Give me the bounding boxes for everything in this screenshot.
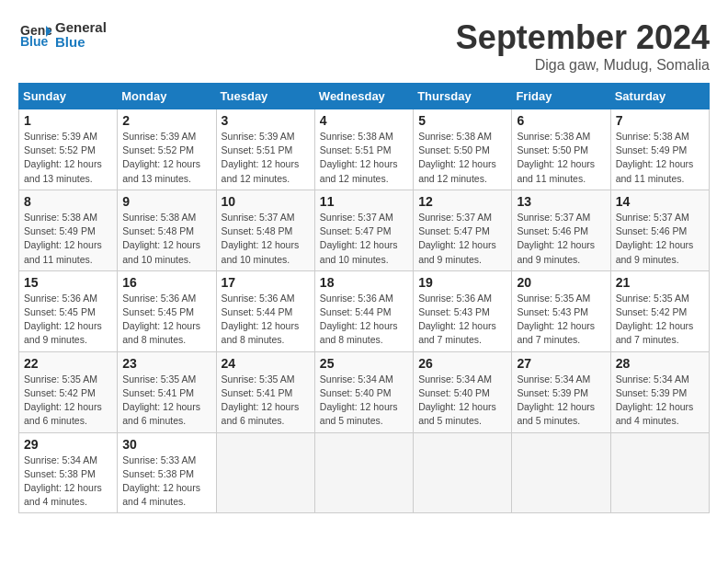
day-cell: 24Sunrise: 5:35 AMSunset: 5:41 PMDayligh…: [216, 351, 314, 432]
day-cell: 23Sunrise: 5:35 AMSunset: 5:41 PMDayligh…: [118, 351, 216, 432]
day-number: 26: [418, 356, 506, 371]
day-cell: [216, 432, 314, 513]
day-cell: 13Sunrise: 5:37 AMSunset: 5:46 PMDayligh…: [512, 190, 610, 270]
column-header-monday: Monday: [118, 84, 216, 109]
day-number: 1: [24, 113, 112, 128]
day-number: 4: [320, 113, 408, 128]
day-number: 3: [222, 113, 310, 128]
day-number: 21: [616, 275, 704, 290]
day-info: Sunrise: 5:37 AMSunset: 5:48 PMDaylight:…: [222, 211, 310, 267]
column-header-tuesday: Tuesday: [216, 84, 314, 109]
day-number: 29: [24, 437, 112, 452]
week-row-5: 29Sunrise: 5:34 AMSunset: 5:38 PMDayligh…: [19, 432, 710, 513]
week-row-3: 15Sunrise: 5:36 AMSunset: 5:45 PMDayligh…: [19, 270, 710, 351]
day-cell: 26Sunrise: 5:34 AMSunset: 5:40 PMDayligh…: [414, 351, 512, 432]
logo: General Blue General Blue: [18, 18, 107, 52]
day-info: Sunrise: 5:36 AMSunset: 5:43 PMDaylight:…: [418, 292, 506, 348]
day-info: Sunrise: 5:34 AMSunset: 5:39 PMDaylight:…: [517, 373, 605, 429]
day-number: 24: [222, 356, 310, 371]
day-number: 19: [418, 275, 506, 290]
day-info: Sunrise: 5:38 AMSunset: 5:48 PMDaylight:…: [122, 211, 210, 267]
column-header-thursday: Thursday: [414, 84, 512, 109]
day-number: 27: [517, 356, 605, 371]
week-row-4: 22Sunrise: 5:35 AMSunset: 5:42 PMDayligh…: [19, 351, 710, 432]
column-header-saturday: Saturday: [610, 84, 709, 109]
day-cell: 5Sunrise: 5:38 AMSunset: 5:50 PMDaylight…: [414, 109, 512, 190]
day-info: Sunrise: 5:38 AMSunset: 5:49 PMDaylight:…: [616, 130, 704, 186]
day-info: Sunrise: 5:37 AMSunset: 5:47 PMDaylight:…: [320, 211, 408, 267]
day-info: Sunrise: 5:36 AMSunset: 5:44 PMDaylight:…: [222, 292, 310, 348]
day-info: Sunrise: 5:39 AMSunset: 5:51 PMDaylight:…: [222, 130, 310, 186]
column-header-sunday: Sunday: [19, 84, 118, 109]
day-cell: [610, 432, 709, 513]
svg-text:Blue: Blue: [20, 34, 49, 49]
day-info: Sunrise: 5:35 AMSunset: 5:41 PMDaylight:…: [222, 373, 310, 429]
title-area: September 2024 Diga gaw, Mudug, Somalia: [456, 18, 710, 74]
day-cell: [414, 432, 512, 513]
day-info: Sunrise: 5:33 AMSunset: 5:38 PMDaylight:…: [122, 454, 210, 510]
day-cell: 15Sunrise: 5:36 AMSunset: 5:45 PMDayligh…: [19, 270, 118, 351]
day-info: Sunrise: 5:37 AMSunset: 5:46 PMDaylight:…: [517, 211, 605, 267]
day-cell: 20Sunrise: 5:35 AMSunset: 5:43 PMDayligh…: [512, 270, 610, 351]
day-number: 6: [517, 113, 605, 128]
calendar-subtitle: Diga gaw, Mudug, Somalia: [456, 57, 710, 74]
column-header-friday: Friday: [512, 84, 610, 109]
day-cell: 11Sunrise: 5:37 AMSunset: 5:47 PMDayligh…: [314, 190, 413, 270]
calendar-table: SundayMondayTuesdayWednesdayThursdayFrid…: [18, 83, 710, 513]
day-info: Sunrise: 5:34 AMSunset: 5:39 PMDaylight:…: [616, 373, 704, 429]
week-row-1: 1Sunrise: 5:39 AMSunset: 5:52 PMDaylight…: [19, 109, 710, 190]
day-cell: 18Sunrise: 5:36 AMSunset: 5:44 PMDayligh…: [314, 270, 413, 351]
day-number: 12: [418, 194, 506, 209]
day-number: 16: [122, 275, 210, 290]
day-cell: 25Sunrise: 5:34 AMSunset: 5:40 PMDayligh…: [314, 351, 413, 432]
day-number: 18: [320, 275, 408, 290]
day-cell: [512, 432, 610, 513]
day-info: Sunrise: 5:38 AMSunset: 5:49 PMDaylight:…: [24, 211, 112, 267]
day-cell: 12Sunrise: 5:37 AMSunset: 5:47 PMDayligh…: [414, 190, 512, 270]
day-info: Sunrise: 5:35 AMSunset: 5:41 PMDaylight:…: [122, 373, 210, 429]
day-info: Sunrise: 5:36 AMSunset: 5:44 PMDaylight:…: [320, 292, 408, 348]
day-info: Sunrise: 5:37 AMSunset: 5:47 PMDaylight:…: [418, 211, 506, 267]
day-info: Sunrise: 5:38 AMSunset: 5:50 PMDaylight:…: [418, 130, 506, 186]
day-cell: 3Sunrise: 5:39 AMSunset: 5:51 PMDaylight…: [216, 109, 314, 190]
day-info: Sunrise: 5:39 AMSunset: 5:52 PMDaylight:…: [24, 130, 112, 186]
day-number: 20: [517, 275, 605, 290]
day-info: Sunrise: 5:38 AMSunset: 5:51 PMDaylight:…: [320, 130, 408, 186]
day-cell: 21Sunrise: 5:35 AMSunset: 5:42 PMDayligh…: [610, 270, 709, 351]
day-number: 28: [616, 356, 704, 371]
day-number: 22: [24, 356, 112, 371]
day-number: 10: [222, 194, 310, 209]
day-cell: 9Sunrise: 5:38 AMSunset: 5:48 PMDaylight…: [118, 190, 216, 270]
day-cell: 4Sunrise: 5:38 AMSunset: 5:51 PMDaylight…: [314, 109, 413, 190]
day-cell: 19Sunrise: 5:36 AMSunset: 5:43 PMDayligh…: [414, 270, 512, 351]
day-cell: 2Sunrise: 5:39 AMSunset: 5:52 PMDaylight…: [118, 109, 216, 190]
day-number: 8: [24, 194, 112, 209]
day-number: 17: [222, 275, 310, 290]
day-number: 11: [320, 194, 408, 209]
day-info: Sunrise: 5:35 AMSunset: 5:42 PMDaylight:…: [616, 292, 704, 348]
day-info: Sunrise: 5:34 AMSunset: 5:40 PMDaylight:…: [418, 373, 506, 429]
day-number: 5: [418, 113, 506, 128]
day-info: Sunrise: 5:36 AMSunset: 5:45 PMDaylight:…: [122, 292, 210, 348]
day-number: 9: [122, 194, 210, 209]
day-info: Sunrise: 5:35 AMSunset: 5:43 PMDaylight:…: [517, 292, 605, 348]
calendar-title: September 2024: [456, 18, 710, 57]
day-info: Sunrise: 5:39 AMSunset: 5:52 PMDaylight:…: [122, 130, 210, 186]
day-cell: 6Sunrise: 5:38 AMSunset: 5:50 PMDaylight…: [512, 109, 610, 190]
day-info: Sunrise: 5:34 AMSunset: 5:38 PMDaylight:…: [24, 454, 112, 510]
logo-icon: General Blue: [18, 18, 51, 52]
day-number: 7: [616, 113, 704, 128]
day-number: 2: [122, 113, 210, 128]
week-row-2: 8Sunrise: 5:38 AMSunset: 5:49 PMDaylight…: [19, 190, 710, 270]
day-info: Sunrise: 5:38 AMSunset: 5:50 PMDaylight:…: [517, 130, 605, 186]
day-info: Sunrise: 5:34 AMSunset: 5:40 PMDaylight:…: [320, 373, 408, 429]
day-number: 30: [122, 437, 210, 452]
day-number: 15: [24, 275, 112, 290]
day-cell: 28Sunrise: 5:34 AMSunset: 5:39 PMDayligh…: [610, 351, 709, 432]
day-cell: 8Sunrise: 5:38 AMSunset: 5:49 PMDaylight…: [19, 190, 118, 270]
day-number: 25: [320, 356, 408, 371]
day-cell: 14Sunrise: 5:37 AMSunset: 5:46 PMDayligh…: [610, 190, 709, 270]
column-header-wednesday: Wednesday: [314, 84, 413, 109]
logo-line2: Blue: [55, 35, 107, 51]
day-number: 14: [616, 194, 704, 209]
